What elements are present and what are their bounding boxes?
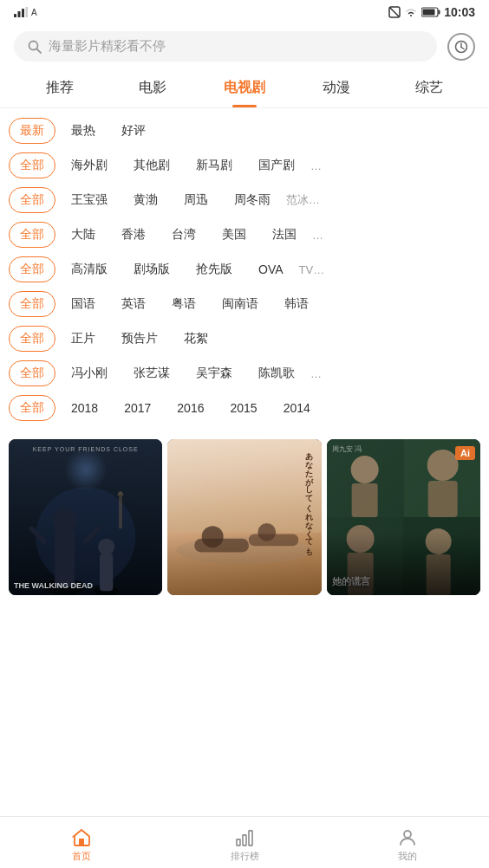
time-display: 10:03: [444, 5, 475, 19]
filter-all-year[interactable]: 全部: [9, 395, 55, 421]
filter-hottest[interactable]: 最热: [61, 119, 106, 143]
svg-rect-17: [55, 528, 75, 586]
filter-2016[interactable]: 2016: [166, 397, 214, 419]
filter-usa[interactable]: 美国: [212, 223, 257, 247]
sim-off-icon: [388, 6, 401, 18]
poster-art-walking: [9, 470, 162, 595]
card-title-walking: THE WALKING DEAD: [14, 581, 93, 590]
profile-icon: [397, 827, 418, 848]
nav-profile-label: 我的: [398, 850, 417, 863]
filter-all-director[interactable]: 全部: [9, 360, 55, 386]
filter-advance[interactable]: 抢先版: [186, 257, 243, 282]
filter-taiwan[interactable]: 台湾: [161, 223, 206, 247]
filter-all-version[interactable]: 全部: [9, 256, 55, 282]
filter-other[interactable]: 其他剧: [123, 153, 180, 178]
filter-zhouxun[interactable]: 周迅: [173, 188, 218, 212]
svg-rect-44: [237, 839, 240, 845]
nav-profile[interactable]: 我的: [326, 822, 489, 863]
content-grid: KEEP YOUR FRIENDS CLOSE THE WALKING DEAD: [0, 431, 489, 595]
svg-rect-1: [18, 11, 21, 17]
svg-rect-0: [14, 14, 16, 17]
card-actor-label: 周九安 冯: [332, 444, 362, 454]
filter-row-8: 全部 冯小刚 张艺谋 吴宇森 陈凯歌 …: [0, 356, 489, 391]
card-chinese-drama[interactable]: Ai 她的谎言 周九安 冯: [327, 439, 480, 595]
filter-france[interactable]: 法国: [262, 223, 307, 247]
filter-newest[interactable]: 最新: [9, 118, 55, 144]
ranking-icon: [234, 827, 255, 848]
svg-point-23: [98, 539, 114, 555]
filter-ova[interactable]: OVA: [248, 258, 294, 281]
filter-all-type[interactable]: 全部: [9, 152, 55, 178]
filter-praise[interactable]: 好评: [111, 119, 156, 143]
filter-foreign[interactable]: 海外剧: [61, 153, 118, 178]
tab-anime[interactable]: 动漫: [290, 72, 382, 107]
svg-rect-3: [26, 7, 29, 17]
filter-english[interactable]: 英语: [111, 292, 156, 316]
row-more-1: …: [310, 159, 325, 172]
row-more-8: …: [310, 367, 325, 380]
svg-rect-9: [423, 10, 435, 16]
row-more-4: …: [312, 229, 327, 242]
bottom-nav: 首页 排行榜 我的: [0, 816, 489, 868]
svg-rect-38: [351, 483, 377, 517]
filter-fengxiaogang[interactable]: 冯小刚: [61, 361, 118, 385]
filter-cantonese[interactable]: 粤语: [161, 292, 206, 316]
filter-sinma[interactable]: 新马剧: [186, 153, 243, 178]
filter-hd[interactable]: 高清版: [61, 257, 118, 282]
card-japanese-drama[interactable]: あなたがしてくれなくても: [167, 439, 321, 595]
svg-line-14: [461, 47, 464, 49]
filter-mainland[interactable]: 大陆: [61, 223, 106, 247]
row-more-3: 范冰…: [286, 192, 323, 208]
card-walking-dead[interactable]: KEEP YOUR FRIENDS CLOSE THE WALKING DEAD: [9, 439, 162, 595]
filter-trailer[interactable]: 预告片: [111, 327, 168, 351]
tab-recommend[interactable]: 推荐: [14, 72, 106, 107]
carrier-icon: A: [31, 7, 43, 17]
tab-variety[interactable]: 综艺: [383, 72, 475, 107]
filter-all-content[interactable]: 全部: [9, 326, 55, 352]
home-icon: [71, 827, 92, 848]
filter-row-9: 全部 2018 2017 2016 2015 2014: [0, 391, 489, 425]
filter-row-2: 全部 海外剧 其他剧 新马剧 国产剧 …: [0, 148, 489, 183]
status-left-icons: A: [14, 7, 43, 17]
filter-wangbaoqiang[interactable]: 王宝强: [61, 188, 118, 212]
nav-home-label: 首页: [72, 850, 91, 863]
status-bar: A 10:03: [0, 0, 489, 24]
nav-ranking-label: 排行榜: [231, 850, 259, 863]
filter-hongkong[interactable]: 香港: [111, 223, 156, 247]
filter-all-actor[interactable]: 全部: [9, 187, 55, 213]
nav-home[interactable]: 首页: [0, 822, 163, 863]
filter-main[interactable]: 正片: [61, 327, 106, 351]
filter-behind[interactable]: 花絮: [173, 327, 218, 351]
svg-point-31: [427, 450, 458, 481]
filter-2015[interactable]: 2015: [219, 397, 267, 419]
nav-ranking[interactable]: 排行榜: [163, 822, 326, 863]
filter-huangbo[interactable]: 黄渤: [123, 188, 168, 212]
svg-rect-42: [79, 839, 84, 845]
filter-section: 最新 最热 好评 全部 海外剧 其他剧 新马剧 国产剧 … 全部 王宝强 黄渤 …: [0, 108, 489, 431]
signal-icon: [14, 7, 28, 17]
history-clock-button[interactable]: [447, 33, 475, 61]
filter-korean[interactable]: 韩语: [274, 292, 319, 316]
filter-mandarin[interactable]: 国语: [61, 292, 106, 316]
clock-icon: [454, 40, 468, 54]
filter-all-region[interactable]: 全部: [9, 222, 55, 248]
filter-2014[interactable]: 2014: [273, 397, 321, 419]
filter-row-7: 全部 正片 预告片 花絮: [0, 321, 489, 356]
filter-zhoudongyu[interactable]: 周冬雨: [224, 188, 281, 212]
tab-movie[interactable]: 电影: [106, 72, 198, 107]
filter-zhangyimou[interactable]: 张艺谋: [123, 361, 180, 385]
svg-rect-8: [439, 10, 440, 15]
filter-wuyusen[interactable]: 吴宇森: [186, 361, 243, 385]
search-input-wrap[interactable]: 海量影片精彩看不停: [14, 31, 437, 62]
filter-hokkien[interactable]: 闽南语: [212, 292, 269, 316]
filter-chenkaige[interactable]: 陈凯歌: [248, 361, 305, 385]
filter-all-lang[interactable]: 全部: [9, 291, 55, 317]
filter-theater[interactable]: 剧场版: [123, 257, 180, 282]
filter-row-4: 全部 大陆 香港 台湾 美国 法国 …: [0, 217, 489, 252]
filter-2017[interactable]: 2017: [114, 397, 161, 419]
wifi-icon: [404, 6, 418, 18]
filter-domestic[interactable]: 国产剧: [248, 153, 305, 178]
tab-tv[interactable]: 电视剧: [199, 72, 290, 107]
filter-2018[interactable]: 2018: [61, 397, 108, 419]
svg-point-47: [404, 831, 411, 838]
